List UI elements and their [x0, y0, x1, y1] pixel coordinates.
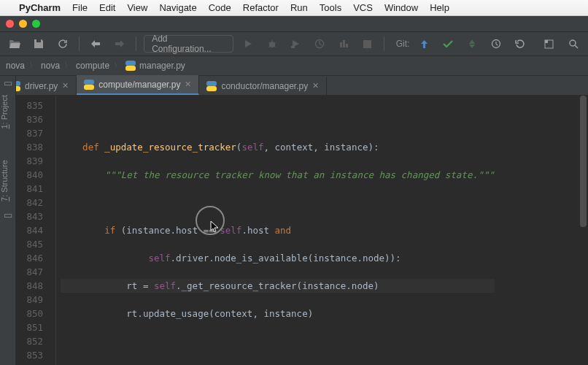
svg-rect-12 [125, 66, 136, 71]
nav-forward-button[interactable] [111, 35, 129, 53]
project-tool-button[interactable]: 1: Project [0, 91, 9, 134]
code-line: def _update_resource_tracker(self, conte… [61, 140, 495, 154]
menu-run[interactable]: Run [290, 2, 308, 13]
line-number[interactable]: 843 [16, 210, 43, 223]
git-compare-button[interactable] [463, 35, 481, 53]
line-number[interactable]: 851 [16, 320, 43, 334]
code-line [61, 112, 495, 126]
line-number[interactable]: 848 [16, 279, 43, 293]
line-number[interactable]: 836 [16, 112, 43, 126]
breadcrumb-item[interactable]: manager.py [125, 61, 185, 71]
svg-rect-15 [84, 80, 94, 85]
menu-window[interactable]: Window [384, 2, 418, 13]
menu-navigate[interactable]: Navigate [159, 2, 196, 13]
traffic-zoom-button[interactable] [32, 20, 40, 28]
code-line: rt = self._get_resource_tracker(instance… [61, 279, 495, 293]
main-toolbar: Add Configuration... Git: [0, 32, 588, 56]
svg-rect-16 [84, 85, 94, 90]
line-number[interactable]: 849 [16, 293, 43, 307]
menu-view[interactable]: View [127, 2, 147, 13]
line-number[interactable]: 845 [16, 237, 43, 251]
svg-rect-5 [346, 44, 348, 47]
line-number[interactable]: 846 [16, 251, 43, 265]
line-number[interactable]: 842 [16, 196, 43, 210]
tab-label: conductor/manager.py [221, 81, 308, 91]
line-number[interactable]: 840 [16, 168, 43, 182]
close-icon[interactable]: ✕ [185, 80, 191, 89]
layout-icon[interactable]: ▭ [0, 208, 16, 221]
code-editor[interactable]: 8358368378388398408418428438448458468478… [16, 96, 588, 365]
line-number[interactable]: 841 [16, 182, 43, 196]
code-line [61, 334, 495, 348]
debug-button[interactable] [263, 35, 281, 53]
svg-rect-11 [125, 61, 136, 66]
concurrency-button[interactable] [334, 35, 352, 53]
run-coverage-button[interactable] [287, 35, 305, 53]
menu-edit[interactable]: Edit [99, 2, 115, 13]
menu-code[interactable]: Code [209, 2, 231, 13]
close-icon[interactable]: ✕ [312, 81, 319, 91]
run-button[interactable] [239, 35, 258, 53]
git-commit-button[interactable] [439, 35, 457, 53]
git-revert-button[interactable] [511, 35, 529, 53]
code-line: if (instance.host == self.host and [61, 223, 495, 237]
line-number[interactable]: 847 [16, 265, 43, 279]
ide-settings-icon[interactable] [541, 35, 559, 53]
line-number[interactable]: 844 [16, 223, 43, 237]
git-history-button[interactable] [487, 35, 505, 53]
svg-rect-9 [545, 40, 548, 43]
layout-icon[interactable]: ▭ [0, 76, 16, 89]
app-name[interactable]: PyCharm [19, 2, 61, 13]
editor-tab[interactable]: compute/manager.py ✕ [77, 75, 199, 95]
close-icon[interactable]: ✕ [62, 81, 69, 91]
line-number[interactable]: 853 [16, 348, 43, 362]
line-number[interactable]: 854 [16, 362, 43, 365]
structure-tool-button[interactable]: 7: Structure [0, 155, 9, 206]
line-number[interactable]: 838 [16, 140, 43, 154]
line-number[interactable]: 837 [16, 126, 43, 140]
editor-tab[interactable]: conductor/manager.py ✕ [199, 77, 327, 95]
run-config-selector[interactable]: Add Configuration... [144, 35, 233, 53]
code-content[interactable]: def _update_resource_tracker(self, conte… [49, 96, 495, 365]
code-line: """Let the resource tracker know that an… [61, 168, 495, 182]
breadcrumb-item[interactable]: nova [41, 61, 60, 71]
breadcrumb-item[interactable]: nova [6, 61, 25, 71]
macos-menubar: PyCharm File Edit View Navigate Code Ref… [0, 0, 588, 16]
menu-file[interactable]: File [72, 2, 88, 13]
tab-label: driver.py [25, 81, 58, 91]
svg-rect-6 [363, 40, 371, 48]
code-line: self.driver.node_is_available(instance.n… [61, 251, 495, 265]
git-update-button[interactable] [415, 35, 433, 53]
breadcrumb-item[interactable]: compute [76, 61, 109, 71]
code-line [61, 196, 495, 210]
traffic-minimize-button[interactable] [19, 20, 27, 28]
nav-back-button[interactable] [87, 35, 105, 53]
stop-button[interactable] [358, 35, 376, 53]
refresh-button[interactable] [53, 35, 71, 53]
menu-help[interactable]: Help [430, 2, 449, 13]
editor-tabstrip: driver.py ✕ compute/manager.py ✕ conduct… [0, 76, 588, 96]
svg-point-10 [570, 40, 576, 46]
python-file-icon [84, 80, 94, 90]
editor-gutter[interactable]: 8358368378388398408418428438448458468478… [16, 96, 49, 365]
traffic-close-button[interactable] [6, 20, 14, 28]
menu-refactor[interactable]: Refactor [243, 2, 279, 13]
profile-button[interactable] [311, 35, 329, 53]
svg-rect-18 [206, 86, 217, 91]
svg-rect-17 [206, 81, 217, 86]
save-button[interactable] [30, 35, 48, 53]
menu-tools[interactable]: Tools [320, 2, 341, 13]
line-number[interactable]: 850 [16, 307, 43, 320]
svg-rect-1 [291, 46, 295, 48]
scrollbar-thumb[interactable] [580, 96, 587, 227]
line-number[interactable]: 835 [16, 99, 43, 112]
svg-point-0 [269, 42, 275, 47]
open-button[interactable] [6, 35, 24, 53]
line-number[interactable]: 852 [16, 334, 43, 348]
code-line: def _instance_update(self, context, inst… [61, 362, 495, 365]
chevron-right-icon: 〉 [114, 61, 121, 71]
line-number[interactable]: 839 [16, 154, 43, 168]
search-everywhere-button[interactable] [564, 35, 582, 53]
svg-rect-4 [343, 40, 345, 47]
menu-vcs[interactable]: VCS [353, 2, 373, 13]
